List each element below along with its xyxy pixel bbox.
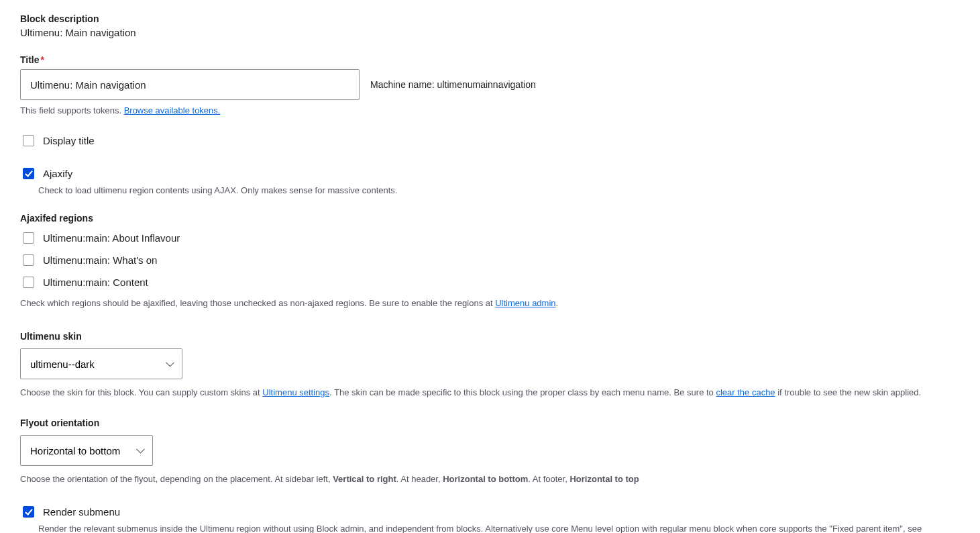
display-title-label: Display title <box>43 135 95 146</box>
title-label-text: Title <box>20 54 40 65</box>
skin-help-post: if trouble to see the new skin applied. <box>775 387 922 397</box>
render-submenu-checkbox[interactable] <box>23 506 34 518</box>
flyout-label: Flyout orientation <box>20 418 960 428</box>
flyout-bold3: Horizontal to top <box>569 474 639 484</box>
render-submenu-help: Render the relevant submenus inside the … <box>38 524 960 533</box>
render-submenu-label: Render submenu <box>43 506 120 518</box>
required-mark: * <box>41 54 44 65</box>
skin-help-pre: Choose the skin for this block. You can … <box>20 387 262 397</box>
region-about-label: Ultimenu:main: About Inflavour <box>43 232 180 244</box>
block-description-value: Ultimenu: Main navigation <box>20 27 960 38</box>
flyout-mid1: . At header, <box>396 474 443 484</box>
flyout-bold1: Vertical to right <box>333 474 396 484</box>
display-title-checkbox[interactable] <box>23 135 34 146</box>
browse-tokens-link[interactable]: Browse available tokens. <box>124 105 221 115</box>
flyout-help: Choose the orientation of the flyout, de… <box>20 474 960 484</box>
skin-select[interactable]: ultimenu--dark <box>20 348 182 379</box>
ajaxify-checkbox[interactable] <box>23 168 34 179</box>
flyout-bold2: Horizontal to bottom <box>443 474 528 484</box>
region-content-label: Ultimenu:main: Content <box>43 277 148 288</box>
ajaxified-regions-label: Ajaxifed regions <box>20 213 960 224</box>
skin-help-mid: . The skin can be made specific to this … <box>329 387 716 397</box>
flyout-mid2: . At footer, <box>528 474 569 484</box>
title-input[interactable] <box>20 69 360 100</box>
region-content-checkbox[interactable] <box>23 277 34 288</box>
ajaxify-label: Ajaxify <box>43 168 72 179</box>
flyout-select[interactable]: Horizontal to bottom <box>20 435 153 466</box>
clear-cache-link[interactable]: clear the cache <box>716 387 775 397</box>
render-submenu-help-pre: Render the relevant submenus inside the … <box>38 524 922 533</box>
block-description-label: Block description <box>20 13 960 24</box>
region-about-checkbox[interactable] <box>23 232 34 244</box>
ultimenu-settings-link[interactable]: Ultimenu settings <box>262 387 329 397</box>
skin-help: Choose the skin for this block. You can … <box>20 387 960 397</box>
title-help-text: This field supports tokens. <box>20 105 124 115</box>
region-whatson-label: Ultimenu:main: What's on <box>43 254 157 266</box>
flyout-help-pre: Choose the orientation of the flyout, de… <box>20 474 333 484</box>
machine-name: Machine name: ultimenumainnavigation <box>370 79 536 90</box>
machine-name-value: ultimenumainnavigation <box>437 79 536 90</box>
ajaxified-regions-help-post: . <box>556 298 559 308</box>
machine-name-label: Machine name: <box>370 79 437 90</box>
ajaxify-help: Check to load ultimenu region contents u… <box>38 185 960 195</box>
ajaxified-regions-help: Check which regions should be ajaxified,… <box>20 298 960 308</box>
skin-label: Ultimenu skin <box>20 331 960 342</box>
ultimenu-admin-link[interactable]: Ultimenu admin <box>495 298 555 308</box>
region-whatson-checkbox[interactable] <box>23 254 34 266</box>
ajaxified-regions-help-text: Check which regions should be ajaxified,… <box>20 298 495 308</box>
title-label: Title* <box>20 54 960 65</box>
title-help: This field supports tokens. Browse avail… <box>20 105 960 115</box>
